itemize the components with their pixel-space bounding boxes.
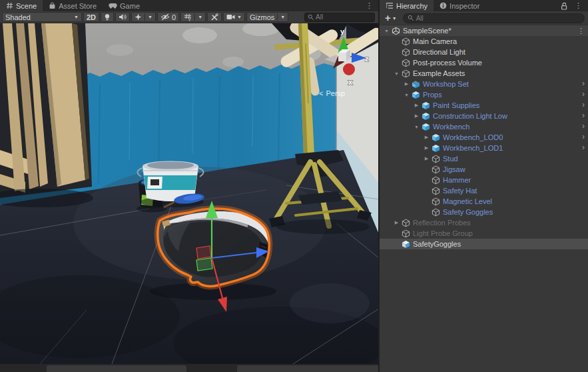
hierarchy-row-paint-supplies[interactable]: ▶Paint Supplies› (380, 100, 588, 111)
hierarchy-item-label: Props (423, 91, 442, 99)
scene-viewport[interactable]: y z x <Persp (0, 23, 379, 364)
hierarchy-row-directional-light[interactable]: Directional Light (380, 47, 588, 57)
projection-mode-label[interactable]: <Persp (319, 89, 345, 97)
hierarchy-row-reflection-probes[interactable]: ▶Reflection Probes (380, 217, 588, 228)
create-object-button[interactable]: + ▼ (383, 13, 399, 23)
unity-scene-icon (391, 27, 400, 35)
effects-star-icon (135, 13, 142, 21)
hierarchy-list-icon (386, 2, 394, 9)
hierarchy-search-box[interactable] (403, 13, 585, 23)
hierarchy-row-workbench-lod1[interactable]: ▶Workbench_LOD1› (380, 143, 588, 153)
chevron-down-icon: ▼ (280, 15, 285, 19)
scene-tools-button[interactable] (207, 12, 222, 22)
foldout-collapsed-icon[interactable]: ▶ (412, 113, 421, 119)
hierarchy-row-safety-hat[interactable]: Safety Hat (380, 185, 588, 196)
foldout-expanded-icon[interactable]: ▼ (402, 93, 411, 97)
axis-x-handle[interactable] (343, 63, 355, 75)
hierarchy-row-props[interactable]: ▼Props› (380, 89, 588, 100)
hierarchy-row-samplescene[interactable]: ▼SampleScene*⋮ (380, 25, 588, 36)
prefab-chevron-icon[interactable]: › (582, 132, 585, 142)
hierarchy-row-stud[interactable]: ▶Stud (380, 153, 588, 164)
svg-text:Y: Y (188, 17, 192, 21)
foldout-collapsed-icon[interactable]: ▶ (412, 103, 421, 108)
scene-effects-dropdown[interactable]: ▼ (131, 12, 156, 22)
hierarchy-search-input[interactable] (416, 15, 580, 22)
hierarchy-row-post-process-volume[interactable]: Post-process Volume (380, 57, 588, 68)
tab-game[interactable]: Game (103, 0, 146, 11)
chevron-down-icon: ▼ (198, 15, 202, 19)
tab-asset-store[interactable]: Asset Store (43, 0, 103, 11)
grid-visibility-dropdown[interactable]: Y ▼ (180, 12, 206, 22)
hierarchy-tree: ▼SampleScene*⋮Main CameraDirectional Lig… (380, 25, 588, 372)
scene-audio-button[interactable] (115, 12, 130, 22)
hierarchy-row-safetygoggles[interactable]: SafetyGoggles (380, 239, 588, 249)
toggle-2d-button[interactable]: 2D (83, 12, 99, 22)
prefab-chevron-icon[interactable]: › (582, 79, 585, 89)
hierarchy-row-workbench-lod0[interactable]: ▶Workbench_LOD0› (380, 132, 588, 143)
tools-icon (210, 13, 218, 21)
hidden-objects-button[interactable]: 0 (157, 12, 179, 22)
prefab-chevron-icon[interactable]: › (582, 111, 585, 121)
chevron-down-icon: ▼ (392, 16, 397, 21)
prefab-chevron-icon[interactable]: › (582, 121, 585, 131)
hierarchy-item-label: Example Assets (413, 69, 465, 77)
gizmo-plane-xz-red[interactable] (196, 246, 211, 259)
tab-scene[interactable]: Scene (0, 0, 43, 11)
unity-editor-window: Scene Asset Store Game ⋮ Shaded ▼ (0, 0, 588, 372)
hierarchy-row-main-camera[interactable]: Main Camera (380, 36, 588, 47)
lock-open-icon[interactable] (561, 2, 568, 10)
hierarchy-row-workbench[interactable]: ▼Workbench› (380, 121, 588, 132)
hierarchy-item-label: SampleScene* (403, 27, 451, 35)
plus-icon: + (385, 13, 391, 23)
wood-planks[interactable] (0, 23, 93, 207)
hierarchy-row-light-probe-group[interactable]: Light Probe Group (380, 228, 588, 239)
prefab-cube-icon (411, 91, 420, 99)
lower-panel-edge (0, 364, 379, 372)
lower-panel-tab[interactable] (47, 365, 186, 372)
foldout-collapsed-icon[interactable]: ▶ (422, 145, 431, 151)
foldout-collapsed-icon[interactable]: ▶ (392, 220, 401, 225)
gizmos-dropdown[interactable]: Gizmos ▼ (246, 12, 288, 22)
search-icon (308, 14, 314, 21)
tab-hierarchy[interactable]: Hierarchy (380, 0, 434, 11)
tab-inspector[interactable]: Inspector (434, 0, 485, 11)
scene-search-box[interactable] (304, 13, 375, 22)
prefab-chevron-icon[interactable]: › (582, 100, 585, 110)
scene-camera-dropdown[interactable]: ▼ (223, 12, 245, 22)
foldout-expanded-icon[interactable]: ▼ (412, 125, 421, 129)
hierarchy-row-safety-goggles[interactable]: Safety Goggles (380, 207, 588, 217)
hierarchy-row-example-assets[interactable]: ▼Example Assets (380, 68, 588, 79)
gizmo-plane-xy-green[interactable] (196, 258, 212, 271)
hierarchy-row-magnetic-level[interactable]: Magnetic Level (380, 196, 588, 207)
hierarchy-item-label: Paint Supplies (433, 101, 479, 109)
cube-outline-icon (431, 187, 440, 195)
foldout-collapsed-icon[interactable]: ▶ (422, 135, 431, 140)
scene-pane-kebab-icon[interactable]: ⋮ (363, 0, 376, 11)
shading-mode-dropdown[interactable]: Shaded ▼ (2, 12, 82, 22)
cube-outline-icon (401, 69, 410, 78)
hierarchy-item-label: Construction Light Low (433, 112, 507, 120)
eye-slash-icon (160, 13, 170, 21)
prefab-chevron-icon[interactable]: › (582, 143, 585, 153)
foldout-collapsed-icon[interactable]: ▶ (422, 156, 431, 161)
scene-tabbar: Scene Asset Store Game ⋮ (0, 0, 379, 11)
scene-grid-icon (6, 2, 13, 9)
lower-panel-tab[interactable] (237, 365, 379, 372)
scene-row-kebab-icon[interactable]: ⋮ (577, 25, 585, 36)
hierarchy-item-label: Post-process Volume (413, 59, 482, 67)
foldout-expanded-icon[interactable]: ▼ (382, 29, 391, 33)
scene-search-input[interactable] (316, 13, 372, 21)
hierarchy-row-construction-light-low[interactable]: ▶Construction Light Low› (380, 111, 588, 121)
scene-lighting-button[interactable] (101, 12, 114, 22)
hierarchy-pane-kebab-icon[interactable]: ⋮ (572, 0, 585, 11)
gamepad-icon (109, 3, 117, 9)
foldout-collapsed-icon[interactable]: ▶ (402, 81, 411, 87)
prefab-chevron-icon[interactable]: › (582, 89, 585, 99)
foldout-expanded-icon[interactable]: ▼ (392, 71, 401, 76)
cube-outline-icon (431, 176, 440, 185)
prefab-cube-icon (421, 112, 430, 121)
hierarchy-row-hammer[interactable]: Hammer (380, 175, 588, 185)
axis-z-label: z (365, 55, 369, 63)
hierarchy-row-jigsaw[interactable]: Jigsaw (380, 164, 588, 175)
hierarchy-row-workshop-set[interactable]: ▶Workshop Set› (380, 79, 588, 89)
